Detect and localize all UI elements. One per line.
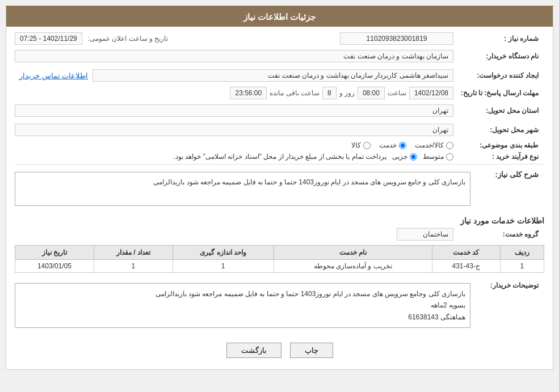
- type-partial[interactable]: جزیی: [392, 153, 417, 161]
- table-row: 1 ج-43-431 تخریب و آماده‌سازی محوطه 1 1 …: [15, 260, 544, 273]
- announce-label: تاریخ و ساعت اعلان عمومی:: [88, 35, 169, 43]
- buyer-comment-label: توضیحات خریدار:: [470, 279, 544, 289]
- radio-goods-service-label: کالا/خدمت: [415, 141, 444, 149]
- deadline-time: 08:00: [358, 87, 385, 99]
- deadline-date: 1402/12/08: [409, 87, 453, 99]
- deadline-day-label: روز و: [339, 89, 355, 97]
- col-code: کد خدمت: [432, 246, 500, 260]
- type-medium[interactable]: متوسط: [423, 153, 453, 161]
- back-button[interactable]: بازگشت: [226, 343, 281, 358]
- category-radio-group: کالا/خدمت خدمت کالا: [351, 141, 453, 149]
- radio-goods[interactable]: کالا: [351, 141, 371, 149]
- buttons-row: چاپ بازگشت: [15, 337, 544, 364]
- buyer-comment: بازسازی کلی وجامع سرویس های مسجد در ایام…: [15, 283, 470, 328]
- col-quantity: تعداد / مقدار: [94, 246, 173, 260]
- col-unit: واحد اندازه گیری: [173, 246, 274, 260]
- province-label: استان محل تحویل:: [453, 107, 544, 115]
- radio-service-label: خدمت: [379, 141, 397, 149]
- services-section-title: اطلاعات خدمات مورد نیاز: [15, 216, 544, 225]
- col-row: ردیف: [500, 246, 544, 260]
- radio-goods-label: کالا: [351, 141, 361, 149]
- radio-service[interactable]: خدمت: [379, 141, 406, 149]
- type-medium-label: متوسط: [423, 153, 444, 161]
- cell-quantity: 1: [94, 260, 173, 273]
- deadline-days: 8: [322, 87, 337, 99]
- type-partial-label: جزیی: [392, 153, 407, 161]
- group-label: گروه خدمت:: [453, 230, 544, 238]
- buyer-org-label: نام دستگاه خریدار:: [453, 52, 544, 60]
- category-label: طبقه بندی موضوعی:: [453, 141, 544, 149]
- col-date: تاریخ نیاز: [15, 246, 94, 260]
- deadline-label: مهلت ارسال پاسخ: تا تاریخ:: [453, 89, 544, 97]
- cell-date: 1403/01/05: [15, 260, 94, 273]
- type-medium-input[interactable]: [446, 153, 453, 161]
- type-desc: پرداخت تمام یا بخشی از مبلغ خریدار از مح…: [174, 153, 386, 161]
- city-value: تهران: [15, 124, 453, 136]
- print-button[interactable]: چاپ: [290, 343, 333, 358]
- cell-row: 1: [500, 260, 544, 273]
- cell-unit: 1: [173, 260, 274, 273]
- purchase-type-options: متوسط جزیی پرداخت تمام یا بخشی از مبلغ خ…: [15, 153, 453, 161]
- cell-name: تخریب و آماده‌سازی محوطه: [274, 260, 432, 273]
- divider-1: [15, 164, 544, 165]
- deadline-remaining: 23:56:00: [230, 87, 267, 99]
- creator-label: ایجاد کننده درخواست:: [453, 71, 544, 79]
- col-name: نام خدمت: [274, 246, 432, 260]
- items-table: ردیف کد خدمت نام خدمت واحد اندازه گیری ت…: [15, 245, 544, 273]
- need-number-value: 1102093823001819: [340, 32, 453, 45]
- radio-goods-service-input[interactable]: [446, 142, 453, 149]
- deadline-time-label: ساعت: [388, 89, 406, 97]
- need-number-label: شماره نیاز :: [453, 35, 544, 43]
- province-value: تهران: [15, 104, 453, 117]
- radio-goods-input[interactable]: [363, 142, 371, 149]
- description-value: بازسازی کلی و جامع سرویس های مسجد در ایا…: [15, 172, 470, 206]
- radio-goods-service[interactable]: کالا/خدمت: [415, 141, 453, 149]
- cell-code: ج-43-431: [432, 260, 500, 273]
- creator-value: سیداصغر هاشمی کاربردار سازمان بهداشت و د…: [93, 69, 453, 82]
- type-partial-input[interactable]: [410, 153, 417, 161]
- purchase-type-label: نوع فرآیند خرید :: [453, 153, 544, 161]
- radio-service-input[interactable]: [399, 142, 406, 149]
- contact-link[interactable]: اطلاعات تماس خریدار: [19, 71, 88, 80]
- page-title: جزئیات اطلاعات نیاز: [6, 7, 553, 27]
- description-label: شرح کلی نیاز:: [470, 167, 544, 179]
- group-value: ساختمان: [397, 228, 453, 241]
- deadline-remaining-label: ساعت باقی مانده: [270, 89, 320, 97]
- buyer-org-value: سازمان بهداشت و درمان صنعت نفت: [15, 50, 453, 62]
- city-label: شهر محل تحویل:: [453, 126, 544, 134]
- announce-value: 1402/11/29 - 07:25: [15, 32, 82, 45]
